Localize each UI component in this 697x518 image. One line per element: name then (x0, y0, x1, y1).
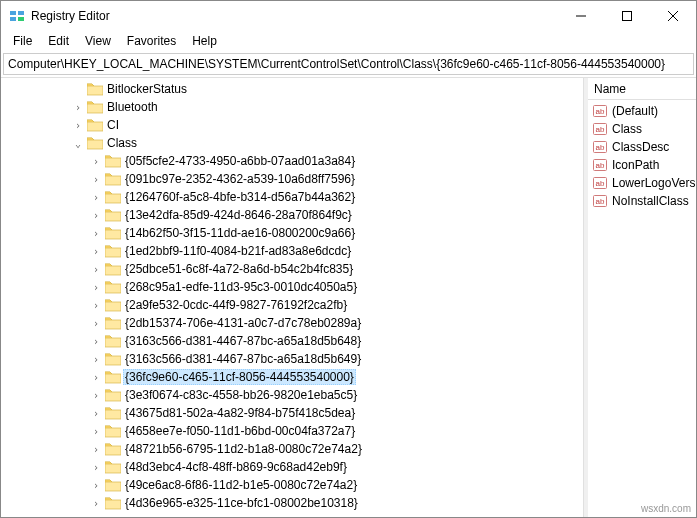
tree-item[interactable]: ›{3e3f0674-c83c-4558-bb26-9820e1eba5c5} (1, 386, 583, 404)
chevron-right-icon[interactable]: › (89, 498, 103, 509)
tree-item-label: {2a9fe532-0cdc-44f9-9827-76192f2ca2fb} (125, 298, 347, 312)
tree-item[interactable]: ›{05f5cfe2-4733-4950-a6bb-07aad01a3a84} (1, 152, 583, 170)
list-item[interactable]: abLowerLogoVersi (588, 174, 696, 192)
watermark: wsxdn.com (641, 503, 691, 514)
list-item[interactable]: abNoInstallClass (588, 192, 696, 210)
close-button[interactable] (650, 1, 696, 31)
menu-view[interactable]: View (77, 32, 119, 50)
svg-rect-1 (18, 11, 24, 15)
string-value-icon: ab (592, 103, 608, 119)
tree-item-label: {13e42dfa-85d9-424d-8646-28a70f864f9c} (125, 208, 352, 222)
tree-item-label: {3163c566-d381-4467-87bc-a65a18d5b648} (125, 334, 361, 348)
tree-item[interactable]: ›CI (1, 116, 583, 134)
chevron-right-icon[interactable]: › (89, 480, 103, 491)
tree-item[interactable]: ›{49ce6ac8-6f86-11d2-b1e5-0080c72e74a2} (1, 476, 583, 494)
list-pane: Name ab(Default)abClassabClassDescabIcon… (588, 78, 696, 517)
tree-item-label: {4658ee7e-f050-11d1-b6bd-00c04fa372a7} (125, 424, 355, 438)
tree-item[interactable]: ›{36fc9e60-c465-11cf-8056-444553540000} (1, 368, 583, 386)
tree-item[interactable]: ›{1ed2bbf9-11f0-4084-b21f-ad83a8e6dcdc} (1, 242, 583, 260)
chevron-right-icon[interactable]: › (89, 462, 103, 473)
menu-edit[interactable]: Edit (40, 32, 77, 50)
tree-item-label: {3e3f0674-c83c-4558-bb26-9820e1eba5c5} (125, 388, 357, 402)
tree-item-label: {48721b56-6795-11d2-b1a8-0080c72e74a2} (125, 442, 362, 456)
tree-item-label: {091bc97e-2352-4362-a539-10a6d8ff7596} (125, 172, 355, 186)
list-item[interactable]: abClassDesc (588, 138, 696, 156)
chevron-right-icon[interactable]: › (89, 318, 103, 329)
chevron-right-icon[interactable]: › (89, 192, 103, 203)
tree-pane[interactable]: ›BitlockerStatus›Bluetooth›CI⌄Class›{05f… (1, 78, 584, 517)
tree-item[interactable]: ⌄Class (1, 134, 583, 152)
tree-item[interactable]: ›{25dbce51-6c8f-4a72-8a6d-b54c2b4fc835} (1, 260, 583, 278)
svg-text:ab: ab (596, 161, 605, 170)
tree-item[interactable]: ›{091bc97e-2352-4362-a539-10a6d8ff7596} (1, 170, 583, 188)
chevron-right-icon[interactable]: › (71, 102, 85, 113)
menubar: File Edit View Favorites Help (1, 31, 696, 51)
chevron-right-icon[interactable]: › (89, 282, 103, 293)
list-item-label: ClassDesc (612, 140, 669, 154)
svg-text:ab: ab (596, 197, 605, 206)
chevron-right-icon[interactable]: › (89, 372, 103, 383)
svg-text:ab: ab (596, 143, 605, 152)
chevron-right-icon[interactable]: › (89, 156, 103, 167)
chevron-right-icon[interactable]: › (71, 120, 85, 131)
window-title: Registry Editor (31, 9, 558, 23)
tree-item[interactable]: ›{3163c566-d381-4467-87bc-a65a18d5b649} (1, 350, 583, 368)
tree-item-label: {3163c566-d381-4467-87bc-a65a18d5b649} (125, 352, 361, 366)
list-item-label: Class (612, 122, 642, 136)
chevron-right-icon[interactable]: › (89, 246, 103, 257)
tree-item[interactable]: ›{3163c566-d381-4467-87bc-a65a18d5b648} (1, 332, 583, 350)
chevron-right-icon[interactable]: › (89, 444, 103, 455)
tree-item-label: {1264760f-a5c8-4bfe-b314-d56a7b44a362} (125, 190, 355, 204)
tree-item[interactable]: ›{268c95a1-edfe-11d3-95c3-0010dc4050a5} (1, 278, 583, 296)
list-item[interactable]: ab(Default) (588, 102, 696, 120)
tree-item[interactable]: ›{48721b56-6795-11d2-b1a8-0080c72e74a2} (1, 440, 583, 458)
chevron-right-icon[interactable]: › (89, 354, 103, 365)
address-bar[interactable]: Computer\HKEY_LOCAL_MACHINE\SYSTEM\Curre… (3, 53, 694, 75)
list-item[interactable]: abIconPath (588, 156, 696, 174)
tree-item[interactable]: ›BitlockerStatus (1, 80, 583, 98)
tree-item[interactable]: ›{13e42dfa-85d9-424d-8646-28a70f864f9c} (1, 206, 583, 224)
tree-item[interactable]: ›{48d3ebc4-4cf8-48ff-b869-9c68ad42eb9f} (1, 458, 583, 476)
chevron-right-icon[interactable]: › (89, 210, 103, 221)
tree-item[interactable]: ›{1264760f-a5c8-4bfe-b314-d56a7b44a362} (1, 188, 583, 206)
menu-file[interactable]: File (5, 32, 40, 50)
tree-item[interactable]: ›{43675d81-502a-4a82-9f84-b75f418c5dea} (1, 404, 583, 422)
chevron-right-icon[interactable]: › (89, 426, 103, 437)
tree-item[interactable]: ›{4658ee7e-f050-11d1-b6bd-00c04fa372a7} (1, 422, 583, 440)
menu-favorites[interactable]: Favorites (119, 32, 184, 50)
chevron-right-icon[interactable]: › (89, 408, 103, 419)
tree-item[interactable]: ›{14b62f50-3f15-11dd-ae16-0800200c9a66} (1, 224, 583, 242)
chevron-right-icon[interactable]: › (89, 336, 103, 347)
tree-item-label: {48d3ebc4-4cf8-48ff-b869-9c68ad42eb9f} (125, 460, 347, 474)
tree-item[interactable]: ›{2a9fe532-0cdc-44f9-9827-76192f2ca2fb} (1, 296, 583, 314)
tree-item-label: {36fc9e60-c465-11cf-8056-444553540000} (123, 369, 356, 385)
chevron-right-icon[interactable]: › (89, 264, 103, 275)
titlebar: Registry Editor (1, 1, 696, 31)
list-item-label: (Default) (612, 104, 658, 118)
chevron-right-icon[interactable]: › (89, 390, 103, 401)
list-body[interactable]: ab(Default)abClassabClassDescabIconPatha… (588, 100, 696, 517)
content-area: ›BitlockerStatus›Bluetooth›CI⌄Class›{05f… (1, 77, 696, 517)
list-header-name[interactable]: Name (588, 78, 696, 100)
string-value-icon: ab (592, 193, 608, 209)
tree-item-label: CI (107, 118, 119, 132)
chevron-right-icon[interactable]: › (89, 228, 103, 239)
svg-rect-5 (623, 12, 632, 21)
maximize-button[interactable] (604, 1, 650, 31)
string-value-icon: ab (592, 175, 608, 191)
tree-item[interactable]: ›{2db15374-706e-4131-a0c7-d7c78eb0289a} (1, 314, 583, 332)
chevron-down-icon[interactable]: ⌄ (71, 138, 85, 149)
svg-text:ab: ab (596, 125, 605, 134)
menu-help[interactable]: Help (184, 32, 225, 50)
list-item[interactable]: abClass (588, 120, 696, 138)
list-item-label: LowerLogoVersi (612, 176, 696, 190)
tree-item[interactable]: ›Bluetooth (1, 98, 583, 116)
minimize-button[interactable] (558, 1, 604, 31)
chevron-right-icon[interactable]: › (89, 174, 103, 185)
window-controls (558, 1, 696, 31)
chevron-right-icon[interactable]: › (89, 300, 103, 311)
tree-item-label: Bluetooth (107, 100, 158, 114)
svg-rect-2 (10, 17, 16, 21)
tree-item[interactable]: ›{4d36e965-e325-11ce-bfc1-08002be10318} (1, 494, 583, 512)
tree-item-label: {49ce6ac8-6f86-11d2-b1e5-0080c72e74a2} (125, 478, 357, 492)
